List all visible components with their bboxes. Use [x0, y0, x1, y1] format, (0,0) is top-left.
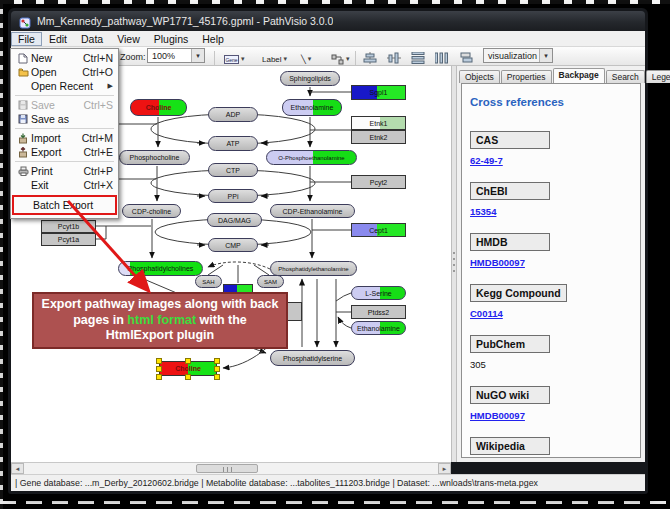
menu-plugins[interactable]: Plugins [147, 32, 195, 46]
pathway-node-sam[interactable]: SAM [257, 275, 284, 288]
menu-item-open-recent[interactable]: Open Recent ▶ [12, 79, 117, 93]
pathway-node-ethanolamine-2[interactable]: Ethanolamine [351, 321, 406, 335]
menu-item-export[interactable]: Export Ctrl+E [12, 145, 117, 159]
pathway-node-phosphatidylethanolamine[interactable]: Phosphatidylethanolamine [270, 261, 357, 276]
zoom-value: 100% [152, 51, 175, 61]
distribute-columns-icon[interactable] [435, 52, 449, 64]
scroll-left-icon[interactable]: ◄ [11, 463, 24, 474]
xref-source-name: Wikipedia [470, 437, 550, 455]
menu-file[interactable]: File [11, 32, 42, 46]
label-tool-button[interactable]: Label ▾ [258, 51, 291, 67]
xref-link[interactable]: 62-49-7 [470, 155, 640, 166]
selection-handle[interactable] [214, 358, 220, 364]
xref-source-name: PubChem [470, 335, 550, 353]
pathway-node-l-serine[interactable]: L-Serine [351, 286, 406, 300]
pathway-node-dag-mag[interactable]: DAG/MAG [207, 213, 262, 227]
pathway-node-sgpl1[interactable]: Sgpl1 [351, 85, 406, 100]
tab-legend[interactable]: Legend [646, 70, 670, 83]
chevron-down-icon[interactable]: ▾ [191, 49, 204, 62]
connector-tool-button[interactable]: ▾ [327, 51, 354, 67]
torn-edge-left [0, 0, 3, 509]
torn-edge-top [0, 0, 670, 4]
pathway-node-phosphocholine[interactable]: Phosphocholine [119, 150, 190, 165]
selection-handle[interactable] [214, 374, 220, 380]
pathway-node-phosphatidylserine[interactable]: Phosphatidylserine [270, 350, 355, 366]
pathway-node-ctp[interactable]: CTP [208, 163, 258, 177]
xref-link[interactable]: C00114 [470, 308, 640, 319]
menu-edit[interactable]: Edit [42, 32, 74, 46]
menu-item-batch-export[interactable]: Batch Export [14, 198, 115, 212]
menu-item-import[interactable]: Import Ctrl+M [12, 131, 117, 145]
align-center-icon[interactable] [363, 52, 377, 64]
menu-item-save-as[interactable]: Save as [12, 112, 117, 126]
tab-properties[interactable]: Properties [501, 70, 552, 83]
pathway-node-pcyt2[interactable]: Pcyt2 [351, 175, 406, 189]
pathway-node-ethanolamine[interactable]: Ethanolamine [282, 99, 342, 116]
selection-handle[interactable] [156, 374, 162, 380]
batch-export-highlight: Batch Export [12, 195, 117, 215]
pathway-node-phosphatidylcholines[interactable]: Phosphatidylcholines [118, 261, 203, 276]
menu-item-save[interactable]: Save Ctrl+S [12, 98, 117, 112]
visualization-combobox[interactable]: visualization ▾ [483, 48, 553, 63]
pathway-node-sphingolipids[interactable]: Sphingolipids [280, 71, 340, 86]
menu-separator [15, 95, 114, 96]
pathway-node-choline[interactable]: Choline [130, 99, 187, 116]
scrollbar-thumb[interactable] [196, 464, 258, 473]
pathway-node-ppi[interactable]: PPi [208, 189, 258, 203]
pathway-node-cdp-ethanolamine[interactable]: CDP-Ethanolamine [270, 204, 355, 218]
line-tool-button[interactable]: ╲ ▾ [297, 51, 315, 67]
scroll-right-icon[interactable]: ► [438, 463, 451, 474]
selection-handle[interactable] [156, 366, 162, 372]
pathway-node-pcyt1b[interactable]: Pcyt1b [41, 220, 96, 233]
gene-datanode-button[interactable]: Gene ▾ [220, 51, 249, 67]
xref-source-name: ChEBI [470, 182, 550, 200]
menu-item-new[interactable]: New Ctrl+N [12, 51, 117, 65]
selection-handle[interactable] [185, 374, 191, 380]
stack-icon[interactable] [459, 52, 473, 64]
align-middle-icon[interactable] [387, 52, 401, 64]
pathway-node-sah[interactable]: SAH [195, 275, 222, 288]
xref-source-name: HMDB [470, 233, 550, 251]
toolbar-separator [355, 51, 356, 65]
pathway-node-ptdss2[interactable]: Ptdss2 [351, 305, 406, 319]
menu-item-exit[interactable]: Exit Ctrl+X [12, 178, 117, 192]
chevron-down-icon[interactable]: ▾ [539, 49, 552, 62]
tab-backpage[interactable]: Backpage [553, 68, 605, 83]
xref-link[interactable]: 15354 [470, 206, 640, 217]
zoom-label: Zoom: [120, 52, 146, 62]
pathway-node-cmp[interactable]: CMP [208, 238, 258, 252]
screenshot-stage: Mm_Kennedy_pathway_WP1771_45176.gpml - P… [0, 0, 670, 509]
menu-item-print[interactable]: Print Ctrl+P [12, 164, 117, 178]
cross-references-heading: Cross references [470, 96, 640, 108]
visualization-value: visualization [488, 51, 537, 61]
menu-item-open[interactable]: Open Ctrl+O [12, 65, 117, 79]
tab-objects[interactable]: Objects [459, 70, 500, 83]
tab-search[interactable]: Search [606, 70, 645, 83]
pathway-node-atp[interactable]: ATP [208, 136, 258, 151]
pathway-node-etnk2[interactable]: Etnk2 [351, 130, 406, 144]
pathway-node-pcyt1a[interactable]: Pcyt1a [41, 233, 96, 246]
connector-icon [331, 54, 344, 65]
xref-section-pubchem: PubChem 305 [470, 334, 640, 370]
selection-handle[interactable] [185, 358, 191, 364]
printer-icon [15, 166, 31, 176]
menu-view[interactable]: View [110, 32, 147, 46]
horizontal-scrollbar[interactable]: ◄ ► [11, 462, 451, 474]
selection-handle[interactable] [156, 358, 162, 364]
distribute-rows-icon[interactable] [411, 52, 425, 64]
pathway-node-adp[interactable]: ADP [208, 107, 258, 122]
zoom-combobox[interactable]: 100% ▾ [147, 48, 205, 63]
menu-data[interactable]: Data [74, 32, 110, 46]
statusbar-text: | Gene database: ...m_Derby_20120602.bri… [15, 478, 538, 488]
xref-link[interactable]: HMDB00097 [470, 257, 640, 268]
xref-link[interactable]: HMDB00097 [470, 410, 640, 421]
open-folder-icon [15, 67, 31, 77]
menu-help[interactable]: Help [195, 32, 231, 46]
pathway-node-etnk1[interactable]: Etnk1 [351, 116, 406, 130]
datanode-icon: Gene [224, 55, 239, 64]
titlebar[interactable]: Mm_Kennedy_pathway_WP1771_45176.gpml - P… [11, 11, 645, 31]
pathway-node-o-phosphoethanolamine[interactable]: O-Phosphoethanolamine [266, 150, 357, 165]
pathway-node-cept1[interactable]: Cept1 [351, 223, 406, 237]
pathway-node-cdp-choline[interactable]: CDP-choline [122, 204, 181, 218]
selection-handle[interactable] [214, 366, 220, 372]
